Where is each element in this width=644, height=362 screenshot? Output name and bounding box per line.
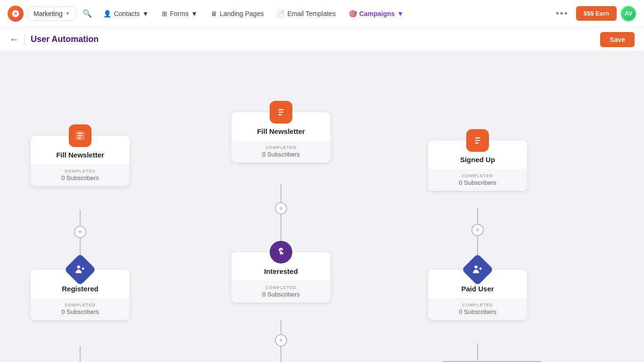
fill-newsletter-center-title: Fill Newsletter <box>237 127 325 135</box>
registered-node[interactable]: Registered COMPLETED 0 Subscribers <box>31 270 130 320</box>
paid-user-status: COMPLETED 0 Subscribers <box>428 298 527 320</box>
marketing-label: Marketing <box>33 10 62 17</box>
email-templates-nav-item[interactable]: 📄 Email Templates <box>272 7 340 20</box>
registered-title: Registered <box>36 285 124 293</box>
automation-canvas: Fill Newsletter COMPLETED 0 Subscribers … <box>0 52 644 362</box>
svg-point-24 <box>475 265 478 269</box>
landing-pages-icon: 🖥 <box>211 10 217 17</box>
campaigns-icon: 🎯 <box>349 10 357 17</box>
add-button-after-fill-center[interactable]: + <box>275 202 287 214</box>
add-button-after-interested[interactable]: + <box>275 334 287 346</box>
fill-newsletter-left-icon <box>69 124 91 147</box>
navbar: Marketing ▼ 🔍 👤 Contacts ▼ ⊞ Forms ▼ 🖥 L… <box>0 0 644 27</box>
interested-status: COMPLETED 0 Subscribers <box>231 281 330 303</box>
page-title: User Automation <box>31 34 594 44</box>
page-header: ← User Automation Save <box>0 27 644 52</box>
add-button-after-signed-up[interactable]: + <box>471 224 484 236</box>
header-divider <box>25 34 25 45</box>
signed-up-title: Signed Up <box>434 156 521 164</box>
forms-icon: ⊞ <box>162 10 167 17</box>
earn-button[interactable]: $$$ Earn <box>576 6 617 21</box>
paid-user-title: Paid User <box>434 285 521 293</box>
forms-chevron-icon: ▼ <box>191 10 198 17</box>
paid-user-node[interactable]: Paid User COMPLETED 0 Subscribers <box>428 270 527 320</box>
signed-up-icon <box>466 129 489 152</box>
chevron-down-icon: ▼ <box>65 11 70 16</box>
more-options-button[interactable]: ••• <box>552 8 572 19</box>
fill-newsletter-center-status: COMPLETED 0 Subscribers <box>231 141 330 163</box>
fill-newsletter-center-icon <box>270 101 292 123</box>
search-button[interactable]: 🔍 <box>80 6 95 21</box>
fill-newsletter-center-node[interactable]: Fill Newsletter COMPLETED 0 Subscribers <box>231 112 330 163</box>
add-button-after-fill-left[interactable]: + <box>74 226 86 238</box>
signed-up-node[interactable]: Signed Up COMPLETED 0 Subscribers <box>428 140 527 191</box>
campaigns-chevron-icon: ▼ <box>397 10 404 17</box>
fill-newsletter-left-node[interactable]: Fill Newsletter COMPLETED 0 Subscribers <box>31 136 130 186</box>
forms-nav-item[interactable]: ⊞ Forms ▼ <box>157 7 202 20</box>
contacts-chevron-icon: ▼ <box>142 10 149 17</box>
registered-status: COMPLETED 0 Subscribers <box>31 298 130 320</box>
avatar[interactable]: AV <box>620 6 636 22</box>
svg-point-23 <box>77 265 81 269</box>
interested-icon <box>270 241 292 263</box>
interested-title: Interested <box>237 267 325 275</box>
fill-newsletter-left-title: Fill Newsletter <box>36 151 124 159</box>
contacts-icon: 👤 <box>103 10 111 17</box>
marketing-dropdown[interactable]: Marketing ▼ <box>27 7 76 21</box>
fill-newsletter-left-status: COMPLETED 0 Subscribers <box>31 165 130 186</box>
interested-node[interactable]: Interested COMPLETED 0 Subscribers <box>231 252 330 303</box>
save-button[interactable]: Save <box>600 32 635 47</box>
email-templates-icon: 📄 <box>277 10 285 17</box>
landing-pages-nav-item[interactable]: 🖥 Landing Pages <box>206 7 268 20</box>
campaigns-nav-item[interactable]: 🎯 Campaigns ▼ <box>344 7 408 20</box>
back-button[interactable]: ← <box>9 34 19 45</box>
signed-up-status: COMPLETED 0 Subscribers <box>428 169 527 191</box>
contacts-nav-item[interactable]: 👤 Contacts ▼ <box>99 7 153 20</box>
app-logo[interactable] <box>8 6 24 22</box>
